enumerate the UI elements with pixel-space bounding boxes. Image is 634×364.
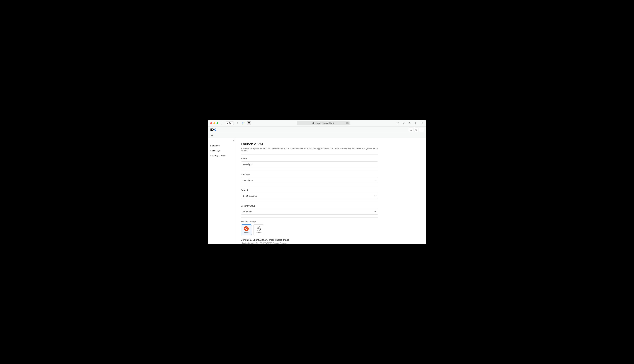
image-card-label: Ubuntu — [244, 232, 249, 234]
svg-point-17 — [412, 130, 412, 130]
sidebar-item-ssh-keys[interactable]: SSH Keys — [209, 148, 234, 153]
sidebar-toggle-icon[interactable] — [220, 121, 224, 126]
image-card-ollama[interactable]: Ollama — [253, 224, 264, 235]
subnet-label: Subnet — [241, 189, 378, 191]
sidebar: Instances SSH Keys Security Groups — [208, 138, 236, 244]
svg-point-21 — [247, 227, 248, 228]
lock-icon — [333, 122, 334, 124]
logo[interactable]: EXC — [210, 128, 216, 132]
selected-image-desc: Ubuntu Server 24.04 LTS (HVM),EBS Genera… — [241, 242, 288, 244]
url-text: console.excloud.in — [315, 122, 332, 124]
logo-part2: C — [214, 128, 216, 131]
share-icon[interactable] — [408, 121, 412, 126]
svg-rect-0 — [221, 122, 224, 124]
site-icon — [312, 122, 314, 124]
url-bar[interactable]: console.excloud.in — [297, 121, 350, 126]
reader-icon[interactable] — [346, 122, 348, 124]
svg-point-25 — [258, 229, 259, 229]
ollama-icon — [256, 226, 261, 231]
help-icon[interactable] — [409, 128, 413, 132]
subnet-value: 1 - 10.1.0.0/16 — [243, 195, 257, 197]
subheader — [208, 133, 426, 138]
svg-rect-4 — [333, 123, 334, 124]
window-minimize-button[interactable] — [214, 122, 215, 124]
sshkey-value: exc-signoz — [243, 179, 253, 182]
page-title: Launch a VM — [241, 142, 378, 146]
titlebar: fn console.excloud.in — [208, 120, 426, 127]
new-tab-icon[interactable] — [414, 121, 418, 126]
svg-point-23 — [257, 228, 260, 231]
tabs-overview-icon[interactable] — [419, 121, 424, 126]
github-icon[interactable] — [247, 121, 251, 125]
sidebar-collapse-icon[interactable] — [232, 140, 235, 142]
name-label: Name — [241, 157, 378, 160]
fn-label: fn — [229, 122, 231, 124]
logo-part1: EX — [210, 128, 214, 131]
svg-rect-2 — [227, 122, 228, 124]
sshkey-select[interactable]: exc-signoz — [241, 177, 378, 183]
downloads-icon[interactable] — [396, 121, 400, 126]
machine-image-label: Machine Image — [241, 220, 378, 223]
svg-point-24 — [258, 228, 260, 230]
sidebar-item-security-groups[interactable]: Security Groups — [209, 153, 234, 158]
selected-image-title: Canonical, Ubuntu, 24.04, amd64 noble im… — [241, 238, 378, 241]
shield-icon[interactable] — [241, 121, 246, 126]
svg-point-14 — [411, 129, 411, 129]
image-card-ubuntu[interactable]: Ubuntu — [241, 224, 252, 235]
svg-point-20 — [244, 228, 246, 229]
chevron-down-icon — [374, 179, 376, 181]
name-input[interactable] — [241, 162, 378, 167]
svg-point-15 — [411, 130, 411, 130]
fn-menu-button[interactable]: fn — [226, 121, 234, 125]
sshkey-label: SSH Key — [241, 173, 378, 176]
theme-toggle-icon[interactable] — [414, 128, 418, 132]
svg-point-16 — [410, 130, 410, 130]
traffic-lights — [210, 122, 218, 124]
hamburger-icon[interactable] — [210, 134, 214, 137]
svg-point-10 — [404, 123, 404, 124]
chevron-down-icon — [374, 195, 376, 197]
logout-icon[interactable] — [419, 128, 424, 132]
browser-window: fn console.excloud.in — [208, 120, 426, 244]
subnet-select[interactable]: 1 - 10.1.0.0/16 — [241, 193, 378, 199]
secgroup-value: All Traffic — [243, 210, 252, 213]
page-subtitle: A VM instance provides the compute resou… — [241, 147, 378, 154]
svg-point-13 — [411, 130, 411, 130]
app-header: EXC — [208, 127, 426, 133]
settings-gear-icon[interactable] — [402, 121, 406, 126]
window-maximize-button[interactable] — [216, 122, 218, 124]
ubuntu-icon — [244, 226, 249, 231]
content: Launch a VM A VM instance provides the c… — [236, 138, 426, 244]
svg-rect-11 — [421, 122, 422, 124]
chevron-down-icon — [374, 211, 376, 212]
image-card-label: Ollama — [256, 232, 262, 234]
svg-point-26 — [259, 229, 260, 229]
sidebar-item-instances[interactable]: Instances — [209, 143, 234, 148]
svg-point-22 — [247, 230, 248, 230]
window-close-button[interactable] — [210, 122, 212, 124]
back-button[interactable] — [235, 121, 240, 126]
secgroup-select[interactable]: All Traffic — [241, 209, 378, 214]
secgroup-label: Security Group — [241, 204, 378, 207]
